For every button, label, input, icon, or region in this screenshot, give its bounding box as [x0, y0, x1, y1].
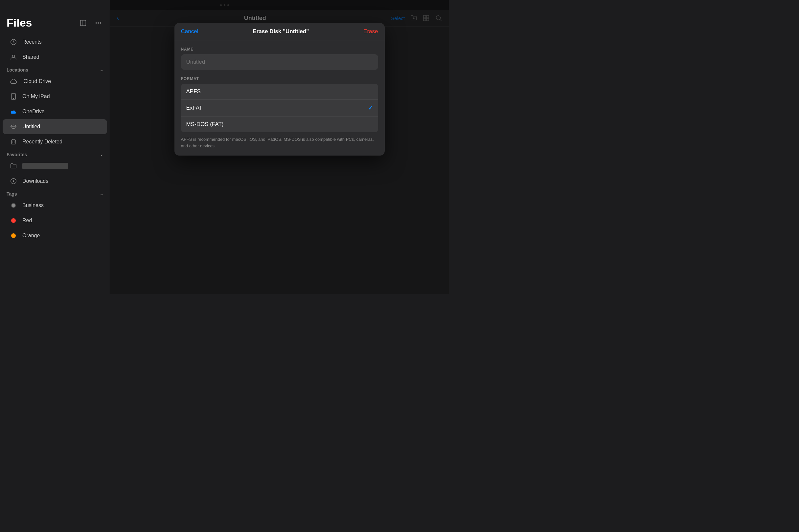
svg-point-2 [96, 22, 96, 23]
erase-button[interactable]: Erase [363, 28, 378, 35]
svg-point-8 [13, 98, 14, 99]
shared-icon [9, 53, 18, 61]
tags-chevron: ⌄ [100, 192, 103, 196]
tag-orange-label: Orange [22, 233, 40, 239]
favorites-section[interactable]: Favorites ⌄ [0, 149, 110, 158]
sidebar-item-icloud[interactable]: iCloud Drive [3, 74, 107, 89]
format-apfs-label: APFS [186, 88, 201, 95]
format-option-exfat[interactable]: ExFAT ✓ [181, 100, 378, 116]
downloads-icon [9, 177, 18, 186]
format-option-apfs[interactable]: APFS [181, 84, 378, 100]
tag-business-label: Business [22, 203, 44, 208]
dialog-title: Erase Disk "Untitled" [253, 28, 309, 35]
sidebar-item-onedrive[interactable]: OneDrive [3, 104, 107, 119]
sidebar-item-untitled[interactable]: Untitled [3, 119, 107, 134]
shared-label: Shared [22, 54, 39, 60]
tag-red-icon [9, 216, 18, 225]
sidebar-item-favorites-redacted[interactable] [3, 158, 107, 174]
favorites-chevron: ⌄ [100, 152, 103, 157]
redacted-item [22, 163, 68, 169]
svg-rect-0 [80, 20, 86, 25]
recents-label: Recents [22, 39, 42, 45]
onedrive-icon [9, 107, 18, 116]
locations-chevron: ⌄ [100, 68, 103, 72]
format-option-msdos[interactable]: MS-DOS (FAT) [181, 116, 378, 132]
dialog-body: NAME FORMAT APFS ExFAT ✓ MS-DOS (FAT) AP… [175, 40, 385, 156]
favorites-folder-icon [9, 162, 18, 170]
untitled-drive-icon [9, 122, 18, 131]
sidebar-item-recents[interactable]: Recents [3, 35, 107, 50]
icloud-icon [9, 77, 18, 86]
svg-point-4 [100, 22, 101, 23]
svg-point-6 [12, 55, 15, 57]
erase-disk-dialog: Cancel Erase Disk "Untitled" Erase NAME … [110, 16, 449, 156]
tag-orange-icon [9, 231, 18, 240]
recently-deleted-label: Recently Deleted [22, 139, 62, 145]
dialog-header: Cancel Erase Disk "Untitled" Erase [175, 23, 385, 40]
tag-business-icon [9, 201, 18, 210]
exfat-checkmark: ✓ [368, 104, 373, 112]
more-options-button[interactable] [93, 18, 103, 28]
format-msdos-label: MS-DOS (FAT) [186, 121, 224, 128]
sidebar: Files Recents Shared Locations ⌄ [0, 10, 110, 294]
icloud-label: iCloud Drive [22, 78, 51, 84]
sidebar-toggle-button[interactable] [78, 18, 88, 28]
cancel-button[interactable]: Cancel [181, 28, 198, 35]
tags-section[interactable]: Tags ⌄ [0, 189, 110, 198]
dialog-box: Cancel Erase Disk "Untitled" Erase NAME … [175, 23, 385, 156]
format-exfat-label: ExFAT [186, 105, 203, 111]
sidebar-item-ipad[interactable]: On My iPad [3, 89, 107, 104]
ipad-icon [9, 92, 18, 101]
ipad-label: On My iPad [22, 94, 50, 99]
untitled-label: Untitled [22, 124, 40, 130]
sidebar-item-shared[interactable]: Shared [3, 50, 107, 65]
sidebar-item-downloads[interactable]: Downloads [3, 174, 107, 189]
sidebar-item-recently-deleted[interactable]: Recently Deleted [3, 134, 107, 149]
sidebar-item-tag-orange[interactable]: Orange [3, 228, 107, 243]
name-input[interactable] [181, 54, 378, 70]
recents-icon [9, 38, 18, 46]
onedrive-label: OneDrive [22, 109, 45, 115]
name-field-label: NAME [181, 47, 378, 52]
sidebar-header-icons [78, 18, 103, 28]
sidebar-item-tag-business[interactable]: Business [3, 198, 107, 213]
svg-point-3 [98, 22, 99, 23]
sidebar-title: Files [6, 16, 32, 29]
format-options-list: APFS ExFAT ✓ MS-DOS (FAT) [181, 84, 378, 132]
tag-red-label: Red [22, 217, 32, 224]
sidebar-item-tag-red[interactable]: Red [3, 213, 107, 228]
locations-section[interactable]: Locations ⌄ [0, 65, 110, 74]
trash-icon [9, 137, 18, 146]
format-field-label: FORMAT [181, 76, 378, 81]
format-note: APFS is recommended for macOS, iOS, and … [181, 136, 378, 149]
sidebar-header: Files [0, 14, 110, 35]
downloads-label: Downloads [22, 178, 48, 184]
